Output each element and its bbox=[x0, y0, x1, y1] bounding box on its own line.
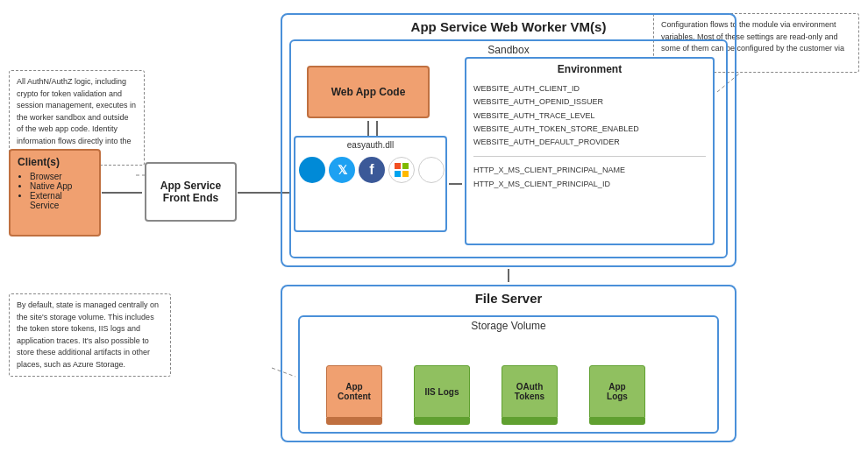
easyauth-label: easyauth.dll bbox=[295, 140, 445, 150]
book-app-logs: AppLogs bbox=[589, 365, 645, 425]
client-box: Client(s) Browser Native App External Se… bbox=[9, 149, 101, 237]
storage-title: Storage Volume bbox=[300, 316, 717, 332]
book-oauth-tokens: OAuthTokens bbox=[502, 365, 558, 425]
environment-vars2: HTTP_X_MS_CLIENT_PRINCIPAL_NAME HTTP_X_M… bbox=[466, 160, 713, 194]
fileserver-title: File Server bbox=[282, 286, 735, 306]
client-title: Client(s) bbox=[18, 156, 92, 168]
book-app-content: AppContent bbox=[326, 365, 382, 425]
svg-marker-11 bbox=[305, 163, 319, 175]
book-oauth-tokens-body: OAuthTokens bbox=[502, 365, 558, 418]
vm-title: App Service Web Worker VM(s) bbox=[282, 14, 735, 34]
storage-inner-box: Storage Volume AppContent IIS Logs OAuth… bbox=[298, 315, 719, 434]
svg-marker-12 bbox=[308, 166, 317, 175]
icons-row: 𝕏 f bbox=[299, 157, 445, 183]
webapp-box: Web App Code bbox=[307, 66, 430, 118]
frontend-label: App ServiceFront Ends bbox=[160, 180, 221, 204]
diagram: All AuthN/AuthZ logic, including crypto … bbox=[0, 0, 868, 459]
book-iis-logs: IIS Logs bbox=[414, 365, 470, 425]
book-app-content-tab bbox=[326, 418, 382, 425]
book-iis-logs-body: IIS Logs bbox=[414, 365, 470, 418]
svg-rect-14 bbox=[402, 163, 409, 169]
webapp-label: Web App Code bbox=[331, 86, 406, 98]
book-app-content-body: AppContent bbox=[326, 365, 382, 418]
google-icon bbox=[418, 157, 445, 183]
easyauth-area: easyauth.dll 𝕏 f bbox=[294, 136, 447, 232]
client-item-native: Native App bbox=[30, 181, 92, 191]
environment-vars1: WEBSITE_AUTH_CLIENT_ID WEBSITE_AUTH_OPEN… bbox=[466, 79, 713, 152]
environment-box: Environment WEBSITE_AUTH_CLIENT_ID WEBSI… bbox=[465, 57, 715, 245]
book-app-logs-body: AppLogs bbox=[589, 365, 645, 418]
svg-rect-16 bbox=[402, 171, 409, 177]
sandbox-title: Sandbox bbox=[291, 40, 726, 56]
svg-rect-13 bbox=[395, 163, 401, 169]
twitter-icon: 𝕏 bbox=[329, 157, 355, 183]
book-oauth-tokens-tab bbox=[502, 418, 558, 425]
facebook-icon: f bbox=[359, 157, 385, 183]
client-item-browser: Browser bbox=[30, 172, 92, 181]
client-list: Browser Native App External Service bbox=[18, 172, 92, 210]
microsoft-icon bbox=[388, 157, 415, 183]
frontend-box: App ServiceFront Ends bbox=[145, 162, 237, 222]
storage-callout: By default, state is managed centrally o… bbox=[9, 293, 171, 377]
environment-title: Environment bbox=[466, 59, 713, 79]
svg-rect-15 bbox=[395, 171, 401, 177]
azure-icon bbox=[299, 157, 325, 183]
book-app-logs-tab bbox=[589, 418, 645, 425]
client-item-external: External Service bbox=[30, 191, 92, 210]
book-iis-logs-tab bbox=[414, 418, 470, 425]
